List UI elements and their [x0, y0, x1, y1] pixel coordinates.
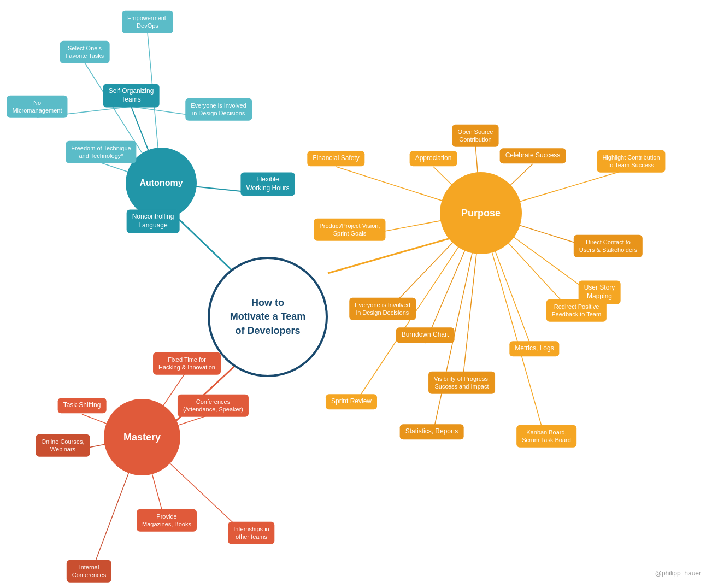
node-highlight-contribution: Highlight Contributionto Team Success — [597, 150, 665, 173]
mastery-node: Mastery — [104, 399, 180, 475]
node-sprint-review: Sprint Review — [326, 394, 377, 409]
center-node: How to Motivate a Team of Developers — [208, 257, 328, 377]
autonomy-node: Autonomy — [126, 148, 197, 219]
purpose-node: Purpose — [440, 172, 522, 254]
node-kanban: Kanban Board,Scrum Task Board — [516, 425, 576, 448]
node-provide-magazines: ProvideMagazines, Books — [137, 509, 197, 532]
node-task-shifting: Task-Shifting — [58, 398, 107, 413]
autonomy-label: Autonomy — [139, 178, 183, 188]
purpose-label: Purpose — [461, 208, 501, 219]
node-celebrate-success: Celebrate Success — [500, 148, 566, 163]
mind-map-canvas: How to Motivate a Team of Developers Aut… — [0, 0, 712, 588]
node-online-courses: Online Courses,Webinars — [36, 434, 90, 457]
node-product-vision: Product/Project Vision,Sprint Goals — [314, 219, 385, 241]
node-conferences: Conferences(Attendance, Speaker) — [178, 395, 249, 417]
node-no-micromanagement: NoMicromanagement — [7, 96, 67, 118]
node-financial-safety: Financial Safety — [307, 151, 364, 166]
center-label: How to Motivate a Team of Developers — [230, 296, 306, 338]
node-freedom-technique: Freedom of Techniqueand Technology* — [66, 141, 136, 163]
node-empowerment: Empowerment,DevOps — [122, 11, 173, 33]
node-burndown: Burndown Chart — [396, 327, 455, 343]
attribution: @philipp_hauer — [655, 569, 701, 577]
node-metrics-logs: Metrics, Logs — [509, 341, 559, 356]
node-flexible-hours: FlexibleWorking Hours — [240, 172, 295, 196]
mastery-label: Mastery — [123, 432, 161, 443]
node-direct-contact: Direct Contact toUsers & Stakeholders — [574, 235, 643, 257]
node-open-source: Open SourceContribution — [452, 125, 499, 147]
node-noncontrolling: NoncontrollingLanguage — [127, 209, 180, 233]
node-redirect-feedback: Redirect PositiveFeedback to Team — [546, 299, 607, 322]
node-visibility: Visibility of Progress,Success and Impac… — [428, 372, 495, 394]
node-fixed-time: Fixed Time forHacking & Innovation — [153, 352, 221, 375]
node-self-organizing: Self-OrganizingTeams — [103, 84, 160, 107]
node-everyone-design: Everyone is Involvedin Design Decisions — [185, 98, 252, 121]
node-internships: Internships inother teams — [228, 522, 274, 544]
node-statistics: Statistics, Reports — [400, 424, 464, 439]
node-favorite-tasks: Select One'sFavorite Tasks — [60, 41, 110, 63]
node-appreciation: Appreciation — [410, 151, 457, 166]
node-internal-conferences: InternalConferences — [67, 560, 111, 583]
node-everyone-design2: Everyone is Involvedin Design Decisions — [349, 298, 416, 320]
